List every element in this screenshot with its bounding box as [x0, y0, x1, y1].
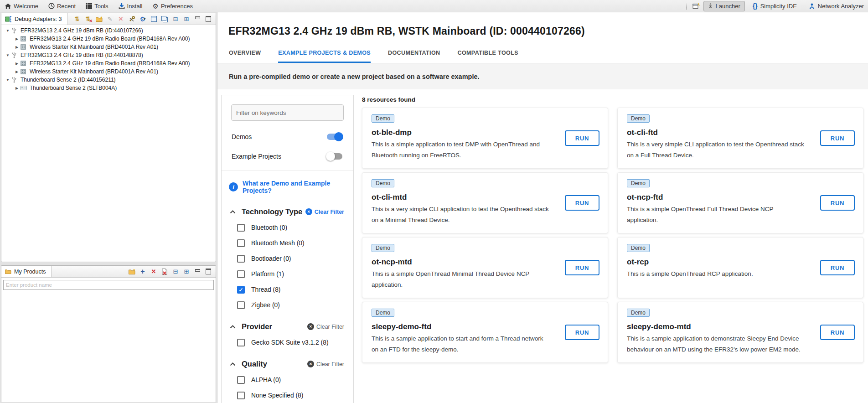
tree-item-adapter-2[interactable]: ▼ EFR32MG13 2.4 GHz 19 dBm RB (ID:440148… — [1, 51, 216, 59]
rename-button[interactable]: ✎ — [106, 16, 114, 23]
expander-icon[interactable]: ▼ — [5, 29, 10, 33]
chevron-up-icon[interactable] — [230, 362, 236, 366]
recent-button[interactable]: Recent — [48, 3, 76, 10]
clear-filter-technology-button[interactable]: ✕ Clear Filter — [305, 208, 344, 215]
connect-adapter-button[interactable]: ⇅ — [73, 16, 81, 23]
preferences-button[interactable]: ⚙ Preferences — [152, 3, 193, 10]
tree-item-mainboard[interactable]: ▶ Wireless Starter Kit Mainboard (BRD400… — [1, 67, 216, 76]
chevron-up-icon[interactable] — [230, 210, 236, 214]
demos-toggle[interactable] — [327, 134, 342, 140]
checkbox-checked-icon: ✓ — [237, 286, 245, 294]
tree-item-thunderboard[interactable]: ▼ Thunderboard Sense 2 (ID:440156211) — [1, 76, 216, 84]
maximize-icon — [206, 16, 211, 22]
run-button[interactable]: RUN — [565, 260, 599, 275]
run-button[interactable]: RUN — [820, 130, 855, 146]
chevron-up-icon[interactable] — [230, 325, 236, 329]
minimize-icon — [195, 269, 200, 272]
board-icon — [21, 44, 27, 50]
add-product-button[interactable]: + — [139, 268, 146, 275]
tools-button[interactable]: Tools — [86, 3, 108, 10]
tree-item-mainboard[interactable]: ▶ Wireless Starter Kit Mainboard (BRD400… — [1, 43, 216, 51]
my-products-tab[interactable]: My Products — [1, 266, 52, 277]
card-description: This is a very simple CLI application to… — [372, 204, 550, 226]
run-button[interactable]: RUN — [565, 195, 599, 211]
run-button[interactable]: RUN — [565, 325, 599, 340]
filter-option-alpha[interactable]: ALPHA (0) — [237, 376, 353, 384]
filter-sidebar: Demos Example Projects i What are Demo a… — [221, 95, 354, 403]
run-button[interactable]: RUN — [820, 260, 855, 275]
filter-option-zigbee[interactable]: Zigbee (0) — [237, 301, 353, 309]
perspective-launcher[interactable]: Launcher — [703, 1, 745, 11]
welcome-button[interactable]: Welcome — [5, 3, 38, 10]
folder-icon — [5, 269, 11, 274]
maximize-panel-button[interactable] — [205, 268, 212, 275]
remove-all-products-button[interactable] — [161, 268, 168, 275]
checkbox-unchecked-icon — [237, 376, 245, 384]
demo-info-link[interactable]: What are Demo and Example Projects? — [243, 180, 346, 194]
expander-icon[interactable]: ▼ — [5, 78, 10, 82]
tab-compatible-tools[interactable]: COMPATIBLE TOOLS — [458, 50, 518, 63]
tree-item-adapter-1[interactable]: ▼ EFR32MG13 2.4 GHz 19 dBm RB (ID:440107… — [1, 26, 216, 35]
minimize-panel-button[interactable] — [194, 268, 201, 275]
my-products-header: My Products + ✕ ⊟ ⊞ — [1, 266, 216, 278]
debug-adapters-tab[interactable]: Debug Adapters: 3 — [1, 13, 68, 25]
expander-icon[interactable]: ▶ — [14, 45, 20, 49]
plus-icon: + — [140, 268, 145, 275]
install-button[interactable]: Install — [119, 3, 143, 10]
remove-product-button[interactable]: ✕ — [150, 268, 157, 275]
tab-overview[interactable]: OVERVIEW — [229, 50, 261, 63]
expander-icon[interactable]: ▶ — [14, 70, 20, 74]
perspective-simplicity-ide[interactable]: {} Simplicity IDE — [749, 1, 801, 11]
demo-badge: Demo — [372, 309, 394, 317]
expander-icon[interactable]: ▶ — [14, 37, 20, 41]
collapse-all-button[interactable]: ⊟ — [172, 16, 179, 23]
adapter-settings-button[interactable]: ⚙▾ — [139, 16, 146, 23]
expander-icon[interactable]: ▼ — [5, 53, 10, 57]
toolbar-separator — [686, 3, 687, 10]
new-group-button[interactable] — [95, 16, 103, 23]
open-perspective-button[interactable] — [692, 2, 700, 10]
tree-item-thunderboard-kit[interactable]: ▶ Thunderboard Sense 2 (SLTB004A) — [1, 84, 216, 92]
rocket-icon — [708, 3, 713, 9]
filter-option-bootloader[interactable]: Bootloader (0) — [237, 255, 353, 263]
left-panel-column: Debug Adapters: 3 ⇅ ⇅✕ ✎ ✕ ⚙▾ — [0, 12, 217, 403]
device-tools-button[interactable] — [128, 16, 135, 23]
maximize-panel-button[interactable] — [205, 16, 212, 23]
clear-filter-quality-button[interactable]: ✕ Clear Filter — [307, 361, 344, 367]
disconnect-adapter-button[interactable]: ⇅✕ — [84, 16, 92, 23]
my-products-list — [1, 292, 216, 403]
run-button[interactable]: RUN — [820, 325, 855, 340]
collapse-all-button[interactable]: ⊟ — [172, 268, 179, 275]
clear-filter-provider-button[interactable]: ✕ Clear Filter — [307, 323, 344, 330]
board-icon — [21, 36, 27, 42]
expander-icon[interactable]: ▶ — [14, 62, 20, 66]
tree-item-radio-board[interactable]: ▶ EFR32MG13 2.4 GHz 19 dBm Radio Board (… — [1, 59, 216, 67]
expand-all-button[interactable]: ⊞ — [183, 16, 190, 23]
open-perspective-icon — [692, 3, 700, 9]
add-product-folder-button[interactable] — [128, 268, 135, 275]
braces-icon: {} — [753, 2, 758, 10]
filter-option-none-specified[interactable]: None Specified (8) — [237, 392, 353, 399]
duplicate-view-button[interactable] — [161, 16, 168, 23]
filter-option-bluetooth[interactable]: Bluetooth (0) — [237, 224, 353, 232]
expand-all-button[interactable]: ⊞ — [183, 268, 190, 275]
filter-option-thread[interactable]: ✓ Thread (8) — [237, 286, 353, 294]
keyword-filter-input[interactable] — [231, 104, 344, 121]
table-view-button[interactable] — [150, 16, 157, 23]
product-search-input[interactable] — [3, 280, 214, 290]
perspective-network-analyzer[interactable]: Network Analyzer — [805, 1, 868, 11]
run-button[interactable]: RUN — [820, 195, 855, 211]
filter-option-platform[interactable]: Platform (1) — [237, 270, 353, 278]
quality-section-header: Quality ✕ Clear Filter — [230, 360, 344, 368]
filter-option-bluetooth-mesh[interactable]: Bluetooth Mesh (0) — [237, 239, 353, 247]
demo-info-link-row[interactable]: i What are Demo and Example Projects? — [229, 180, 346, 194]
minimize-panel-button[interactable] — [194, 16, 201, 23]
tab-example-projects-demos[interactable]: EXAMPLE PROJECTS & DEMOS — [278, 50, 371, 63]
tree-item-radio-board[interactable]: ▶ EFR32MG13 2.4 GHz 19 dBm Radio Board (… — [1, 35, 216, 43]
filter-option-gecko-sdk[interactable]: Gecko SDK Suite v3.1.2 (8) — [237, 339, 353, 346]
delete-button[interactable]: ✕ — [117, 16, 124, 23]
run-button[interactable]: RUN — [565, 130, 599, 146]
tab-documentation[interactable]: DOCUMENTATION — [388, 50, 440, 63]
example-projects-toggle[interactable] — [327, 153, 342, 160]
expander-icon[interactable]: ▶ — [14, 86, 20, 90]
